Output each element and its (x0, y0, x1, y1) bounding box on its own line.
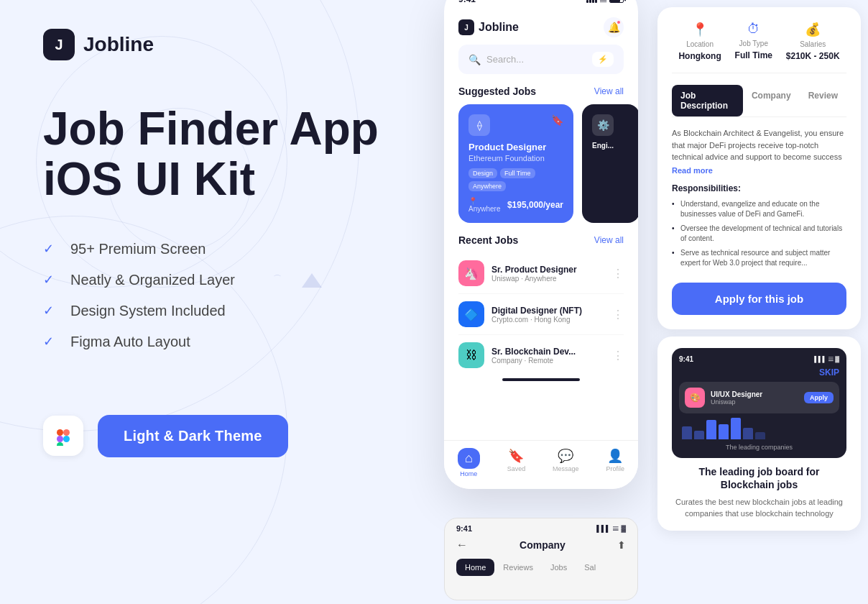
nav-home-label: Home (460, 470, 477, 477)
apply-for-job-button[interactable]: Apply for this job (672, 283, 846, 315)
phone-search-bar[interactable]: 🔍 Search... ⚡ (458, 45, 624, 74)
feature-text-layer: Neatly & Organized Layer (70, 272, 235, 288)
job-tag-fulltime: Full Time (500, 168, 535, 178)
mini-card-title: UI/UX Designer (711, 390, 798, 398)
suggested-job-card-1[interactable]: ⟠ 🔖 Product Designer Ethereum Foundation… (458, 104, 573, 223)
notification-bell[interactable]: 🔔 (604, 17, 624, 37)
svg-rect-0 (57, 429, 63, 436)
feature-layout: ✓ Figma Auto Layout (43, 334, 395, 350)
company-phone-title: Company (520, 539, 565, 551)
more-btn-3[interactable]: ⋮ (612, 349, 624, 362)
more-btn-1[interactable]: ⋮ (612, 267, 624, 280)
chart-bar-2 (694, 431, 704, 439)
recent-job-icon-3: ⛓ (458, 342, 484, 368)
company-signal-icon: ▌▌▌ (596, 525, 610, 532)
job-type-value: Full Time (735, 50, 772, 60)
job-location-1: 📍 Anywhere (468, 197, 507, 213)
recent-job-meta-3: Company · Remote (491, 357, 605, 365)
triangle-decoration-1 (302, 273, 322, 288)
mini-job-card: 🎨 UI/UX Designer Uniswap Apply (679, 382, 839, 413)
company-phone-tabs: Home Reviews Jobs Sal (445, 554, 637, 576)
suggested-view-all[interactable]: View all (594, 86, 624, 96)
nav-home[interactable]: ⌂ Home (458, 448, 480, 477)
company-tab-jobs[interactable]: Jobs (542, 559, 576, 576)
job-title-1: Product Designer (468, 142, 563, 152)
check-icon-layout: ✓ (43, 334, 59, 349)
job-type-info: ⏱ Job Type Full Time (735, 22, 772, 61)
responsibilities-title: Responsibilities: (672, 183, 846, 193)
feature-design: ✓ Design System Included (43, 303, 395, 319)
chart-bar-5 (731, 418, 741, 439)
signal-bar-2 (589, 0, 591, 3)
tab-company[interactable]: Company (743, 85, 800, 116)
bc-battery-icon: ▓ (835, 356, 839, 363)
logo-letter: J (55, 37, 63, 53)
features-list: ✓ 95+ Premium Screen ✓ Neatly & Organize… (43, 241, 395, 350)
feature-screens: ✓ 95+ Premium Screen (43, 241, 395, 257)
phone-bottom-nav: ⌂ Home 🔖 Saved 💬 Message 👤 Profile (444, 440, 638, 489)
company-wifi-icon: 𝄙 (613, 525, 618, 533)
logo-icon: J (43, 29, 75, 60)
feature-layer: ✓ Neatly & Organized Layer (43, 272, 395, 288)
nav-message-label: Message (553, 465, 579, 472)
bookmark-icon-1[interactable]: 🔖 (551, 114, 563, 126)
job-description-text: As Blockchain Architect & Evangelist, yo… (672, 127, 846, 176)
company-tab-home[interactable]: Home (456, 559, 494, 576)
job-title-2: Engi... (592, 142, 629, 150)
blockchain-section-title: The leading job board for Blockchain job… (672, 465, 846, 491)
right-panel: 📍 Location Hongkong ⏱ Job Type Full Time… (650, 0, 868, 604)
more-btn-2[interactable]: ⋮ (612, 308, 624, 321)
job-tag-design: Design (468, 168, 497, 178)
signal-bar-4 (595, 0, 597, 3)
nav-profile[interactable]: 👤 Profile (606, 448, 625, 477)
job-company-icon-2: ⚙️ (592, 114, 614, 136)
nav-saved[interactable]: 🔖 Saved (507, 448, 526, 477)
check-icon-layer: ✓ (43, 272, 59, 288)
recent-job-item-1[interactable]: 🦄 Sr. Product Designer Uniswap · Anywher… (458, 253, 624, 294)
location-icon: 📍 (692, 22, 708, 37)
recent-view-all[interactable]: View all (594, 235, 624, 245)
job-tags-1: Design Full Time Anywhere (468, 168, 563, 191)
blockchain-card: 9:41 ▌▌▌ 𝄙 ▓ SKIP 🎨 UI/UX Designer Unisw… (657, 337, 861, 531)
theme-button[interactable]: Light & Dark Theme (98, 415, 288, 457)
share-icon[interactable]: ⬆ (617, 539, 626, 551)
filter-button[interactable]: ⚡ (592, 52, 614, 67)
job-salary-1: $195,000/year (507, 200, 563, 210)
phone-time: 9:41 (458, 0, 476, 4)
recent-job-item-2[interactable]: 🔷 Digital Designer (NFT) Crypto.com · Ho… (458, 294, 624, 335)
read-more-link[interactable]: Read more (672, 165, 846, 177)
skip-button[interactable]: SKIP (819, 367, 839, 378)
chart-bar-6 (743, 428, 753, 440)
bc-signal-icon: ▌▌▌ (814, 356, 826, 363)
suggested-job-card-2[interactable]: ⚙️ Engi... (582, 104, 638, 223)
tab-review[interactable]: Review (800, 85, 846, 116)
tab-job-description[interactable]: Job Description (672, 85, 743, 116)
battery-tip (624, 0, 626, 1)
battery-fill (610, 0, 620, 2)
recent-job-info-2: Digital Designer (NFT) Crypto.com · Hong… (491, 306, 605, 324)
recent-job-icon-1: 🦄 (458, 260, 484, 286)
recent-job-item-3[interactable]: ⛓ Sr. Blockchain Dev... Company · Remote… (458, 335, 624, 375)
chart-footer-label: The leading companies (679, 444, 839, 451)
mini-apply-button[interactable]: Apply (804, 392, 834, 403)
salary-value: $210K - 250K (786, 51, 840, 61)
profile-icon: 👤 (607, 448, 623, 464)
company-phone-time: 9:41 (456, 524, 472, 533)
recent-job-title-2: Digital Designer (NFT) (491, 306, 605, 316)
recent-job-info-1: Sr. Product Designer Uniswap · Anywhere (491, 265, 605, 283)
svg-rect-1 (63, 429, 70, 436)
message-icon: 💬 (558, 448, 573, 464)
back-arrow-icon[interactable]: ← (456, 539, 468, 552)
chart-bar-1 (682, 426, 692, 439)
home-indicator (502, 378, 580, 381)
company-tab-reviews[interactable]: Reviews (494, 559, 542, 576)
chart-bar-3 (706, 420, 716, 439)
search-icon: 🔍 (468, 54, 481, 65)
signal-bars (586, 0, 597, 3)
location-label: Location (686, 40, 714, 48)
salary-label: Salaries (800, 40, 826, 48)
job-company-icon-1: ⟠ (468, 114, 490, 136)
nav-message[interactable]: 💬 Message (553, 448, 579, 477)
job-type-label: Job Type (739, 40, 768, 47)
company-tab-sal[interactable]: Sal (576, 559, 604, 576)
